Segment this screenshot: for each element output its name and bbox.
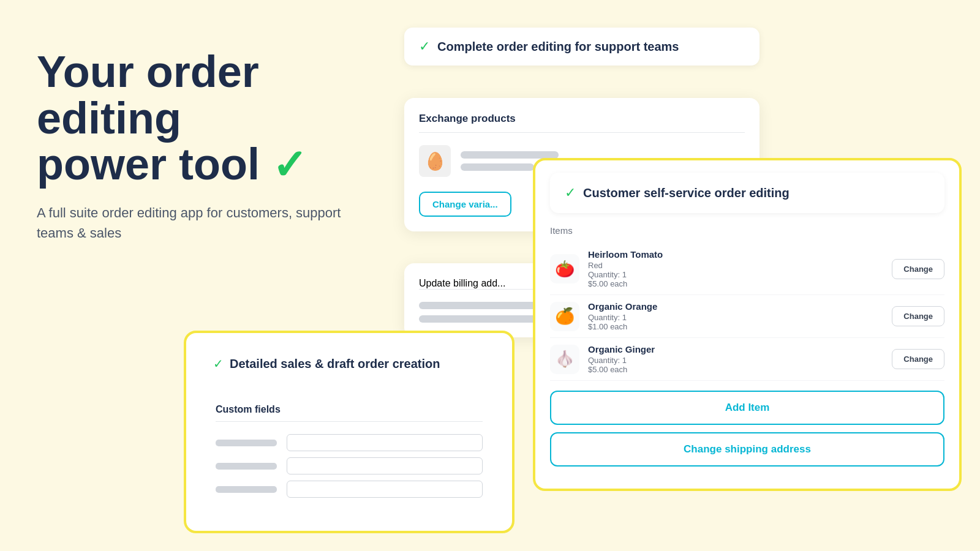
ginger-qty: Quantity: 1 [588, 356, 883, 365]
tomato-variant: Red [588, 261, 883, 270]
ginger-details: Organic Ginger Quantity: 1 $5.00 each [588, 344, 883, 374]
tomato-price: $5.00 each [588, 279, 883, 288]
custom-fields-divider [216, 421, 483, 422]
product-bar-2 [461, 163, 534, 171]
orange-qty: Quantity: 1 [588, 313, 883, 322]
customer-check-icon: ✓ [565, 185, 576, 201]
ginger-change-btn[interactable]: Change [892, 349, 944, 369]
hero-section: Your order editing power tool ✓ A full s… [37, 49, 380, 243]
orange-name: Organic Orange [588, 301, 883, 312]
ginger-name: Organic Ginger [588, 344, 883, 354]
field-row-1 [216, 434, 483, 451]
field-input-3[interactable] [287, 481, 483, 498]
custom-fields-title: Custom fields [216, 404, 483, 415]
add-item-btn[interactable]: Add Item [550, 391, 944, 425]
customer-self-service-card: ✓ Customer self-service order editing It… [533, 158, 962, 491]
item-row-ginger: 🧄 Organic Ginger Quantity: 1 $5.00 each … [550, 338, 944, 381]
product-eggs-img: 🥚 [419, 145, 451, 177]
field-label-3 [216, 486, 277, 493]
tomato-change-btn[interactable]: Change [892, 259, 944, 279]
tomato-name: Heirloom Tomato [588, 249, 883, 260]
field-row-2 [216, 457, 483, 474]
draft-check-icon: ✓ [213, 356, 224, 371]
field-row-3 [216, 481, 483, 498]
field-label-1 [216, 440, 277, 446]
check-icon: ✓ [419, 39, 430, 54]
custom-fields-card: Custom fields [201, 392, 497, 516]
items-label: Items [550, 225, 944, 236]
change-variant-btn[interactable]: Change varia... [419, 192, 511, 217]
change-shipping-btn[interactable]: Change shipping address [550, 432, 944, 467]
orange-details: Organic Orange Quantity: 1 $1.00 each [588, 301, 883, 331]
customer-self-service-label: Customer self-service order editing [583, 186, 790, 200]
tomato-details: Heirloom Tomato Red Quantity: 1 $5.00 ea… [588, 249, 883, 288]
hero-title: Your order editing power tool ✓ [37, 49, 380, 188]
exchange-divider [419, 132, 745, 133]
field-label-2 [216, 463, 277, 470]
item-row-tomato: 🍅 Heirloom Tomato Red Quantity: 1 $5.00 … [550, 243, 944, 295]
hero-checkmark: ✓ [272, 141, 307, 188]
draft-feature-header: ✓ Detailed sales & draft order creation [201, 345, 497, 382]
orange-price: $1.00 each [588, 322, 883, 331]
tomato-icon: 🍅 [550, 254, 579, 283]
ginger-price: $5.00 each [588, 365, 883, 374]
orange-icon: 🍊 [550, 302, 579, 331]
draft-order-card: ✓ Detailed sales & draft order creation … [184, 331, 514, 533]
orange-change-btn[interactable]: Change [892, 306, 944, 326]
draft-label: Detailed sales & draft order creation [230, 357, 440, 371]
complete-order-label: Complete order editing for support teams [437, 40, 679, 54]
complete-order-card: ✓ Complete order editing for support tea… [404, 28, 760, 66]
hero-subtitle: A full suite order editing app for custo… [37, 203, 380, 243]
field-input-2[interactable] [287, 457, 483, 474]
item-row-orange: 🍊 Organic Orange Quantity: 1 $1.00 each … [550, 295, 944, 338]
field-input-1[interactable] [287, 434, 483, 451]
exchange-title: Exchange products [419, 113, 745, 125]
tomato-qty: Quantity: 1 [588, 270, 883, 279]
ginger-icon: 🧄 [550, 345, 579, 374]
customer-feature-header: ✓ Customer self-service order editing [550, 173, 944, 213]
